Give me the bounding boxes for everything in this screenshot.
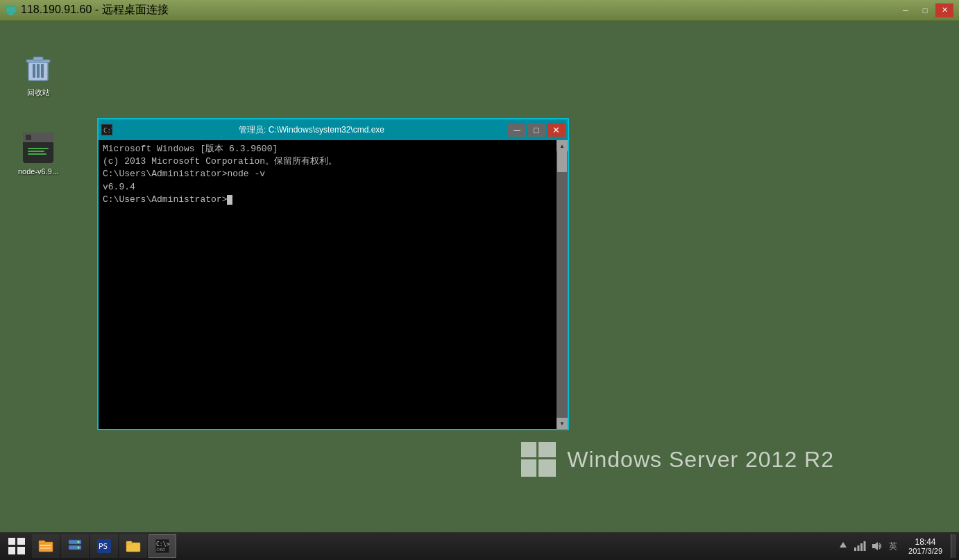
start-button[interactable]	[3, 534, 31, 559]
cmd-titlebar: C:\ 管理员: C:\Windows\system32\cmd.exe ─ □…	[99, 119, 568, 140]
svg-rect-22	[40, 548, 51, 549]
rdp-restore-button[interactable]: □	[916, 3, 934, 17]
windows-server-text: Windows Server 2012 R2	[567, 447, 834, 473]
folder-icon	[125, 538, 142, 554]
scroll-up-button[interactable]: ▲	[557, 140, 568, 151]
volume-icon[interactable]	[869, 539, 883, 553]
file-explorer-icon	[37, 538, 54, 554]
cmd-line-4: C:\Users\Administrator>node -v	[103, 168, 552, 180]
svg-rect-37	[860, 543, 863, 551]
taskbar-tray: 英 18:44 2017/3/29	[836, 534, 956, 558]
node-icon-item[interactable]: node-v6.9...	[14, 128, 62, 178]
tray-chevron[interactable]	[836, 539, 850, 553]
svg-text:PS: PS	[99, 542, 108, 551]
network-icon[interactable]	[853, 539, 867, 553]
scroll-down-button[interactable]: ▼	[557, 418, 568, 429]
node-label: node-v6.9...	[18, 167, 58, 176]
cmd-controls: ─ □ ✕	[508, 123, 565, 137]
svg-rect-6	[41, 64, 44, 78]
network-tray-icon	[854, 541, 866, 552]
rdp-controls: ─ □ ✕	[897, 3, 953, 17]
svg-marker-39	[872, 542, 878, 550]
windows-server-logo: Windows Server 2012 R2	[521, 442, 834, 477]
taskbar-folder[interactable]	[119, 534, 147, 558]
svg-rect-0	[6, 6, 16, 13]
cmd-minimize-button[interactable]: ─	[508, 123, 526, 137]
cmd-body: Microsoft Windows [版本 6.3.9600] (c) 2013…	[99, 140, 568, 429]
system-clock[interactable]: 18:44 2017/3/29	[903, 537, 948, 555]
svg-rect-35	[854, 548, 856, 551]
svg-marker-34	[840, 542, 847, 548]
svg-rect-15	[8, 538, 15, 545]
clock-date: 2017/3/29	[908, 547, 942, 555]
svg-rect-38	[864, 541, 866, 551]
rdp-minimize-button[interactable]: ─	[897, 3, 915, 17]
cmd-line-2: (c) 2013 Microsoft Corporation。保留所有权利。	[103, 155, 552, 168]
svg-rect-14	[538, 459, 556, 477]
svg-rect-12	[538, 442, 556, 457]
svg-point-25	[78, 541, 80, 543]
cmd-window-icon: C:\	[101, 124, 112, 135]
svg-rect-4	[33, 64, 35, 78]
ime-icon[interactable]: 英	[886, 539, 900, 553]
cmd-line-7: C:\Users\Administrator>	[103, 194, 552, 206]
taskbar-file-explorer[interactable]	[32, 534, 60, 558]
cmd-window: C:\ 管理员: C:\Windows\system32\cmd.exe ─ □…	[97, 118, 569, 430]
show-desktop-button[interactable]	[951, 534, 956, 558]
cmd-line-5: v6.9.4	[103, 181, 552, 194]
taskbar-server-manager[interactable]	[61, 534, 89, 558]
clock-time: 18:44	[915, 537, 936, 547]
recycle-bin-icon[interactable]: 回收站	[14, 49, 62, 101]
scroll-track[interactable]	[557, 151, 568, 418]
cmd-close-button[interactable]: ✕	[547, 123, 565, 137]
cmd-taskbar-icon: C:\> cmd	[154, 538, 171, 554]
cmd-line-1: Microsoft Windows [版本 6.3.9600]	[103, 143, 552, 155]
svg-rect-17	[8, 547, 15, 554]
rdp-icon	[6, 5, 17, 16]
rdp-titlebar: 118.190.91.60 - 远程桌面连接 ─ □ ✕	[0, 0, 959, 21]
svg-rect-20	[39, 541, 45, 543]
cmd-title: 管理员: C:\Windows\system32\cmd.exe	[115, 124, 508, 136]
taskbar-cmd[interactable]: C:\> cmd	[148, 534, 176, 558]
volume-tray-icon	[871, 541, 882, 552]
svg-rect-21	[40, 545, 51, 546]
svg-rect-2	[8, 15, 15, 15]
svg-text:C:\: C:\	[103, 127, 112, 134]
server-manager-icon	[67, 538, 83, 554]
taskbar-powershell[interactable]: PS	[90, 534, 118, 558]
svg-rect-11	[521, 442, 536, 457]
chevron-up-icon	[839, 541, 847, 552]
svg-text:cmd: cmd	[156, 547, 165, 552]
recycle-bin-label: 回收站	[27, 87, 50, 98]
svg-rect-16	[17, 538, 25, 545]
ime-label: 英	[889, 541, 897, 552]
svg-rect-8	[33, 57, 43, 60]
node-image	[22, 131, 55, 164]
cmd-restore-button[interactable]: □	[527, 123, 545, 137]
cmd-content[interactable]: Microsoft Windows [版本 6.3.9600] (c) 2013…	[99, 140, 557, 429]
desktop: 回收站 node-v6.9...	[0, 21, 959, 532]
taskbar: PS C:\> cmd	[0, 532, 959, 560]
start-icon	[8, 538, 25, 554]
svg-rect-13	[521, 459, 536, 477]
svg-point-26	[78, 547, 80, 549]
cmd-scrollbar[interactable]: ▲ ▼	[557, 140, 568, 429]
svg-rect-1	[9, 13, 13, 15]
powershell-icon: PS	[96, 538, 112, 554]
svg-rect-30	[126, 541, 132, 544]
recycle-bin-image	[22, 51, 55, 85]
rdp-close-button[interactable]: ✕	[935, 3, 953, 17]
svg-rect-18	[17, 547, 25, 554]
rdp-title: 118.190.91.60 - 远程桌面连接	[21, 3, 169, 17]
windows-flag-icon	[521, 442, 556, 477]
scroll-thumb[interactable]	[557, 151, 567, 172]
svg-rect-36	[858, 545, 860, 551]
svg-rect-5	[37, 64, 40, 78]
